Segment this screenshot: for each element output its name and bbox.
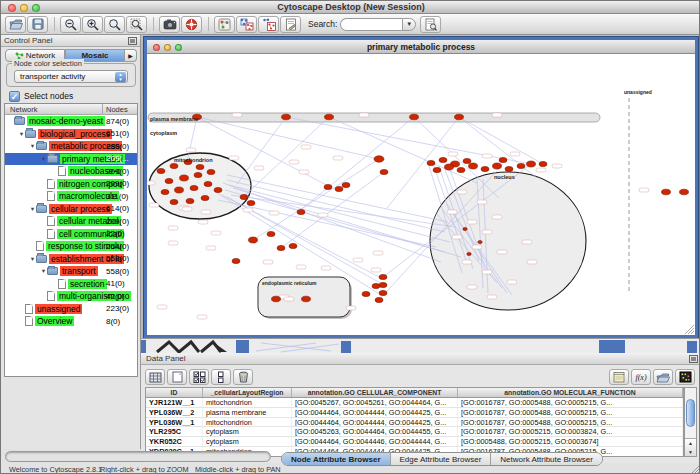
- table-row-yjr121w__1[interactable]: YJR121W__1mitochondrion[GO:0045267, GO:0…: [146, 398, 683, 408]
- tree-row-unassigned[interactable]: unassigned223(0): [5, 303, 137, 316]
- node-count: 209(0): [106, 179, 129, 188]
- window-resize-grip-icon[interactable]: [689, 465, 699, 473]
- network-canvas[interactable]: plasma membrane cytoplasm mitochondrion …: [147, 54, 695, 335]
- zoom-in-button[interactable]: [82, 16, 103, 33]
- tree-col-divider[interactable]: [102, 104, 103, 115]
- scrollbar-arrows-icon[interactable]: ▲▼: [685, 438, 696, 456]
- tree-row-nucleobase-c[interactable]: nucleobase-c209(0): [5, 165, 137, 178]
- tree-row-cellular-metabol[interactable]: cellular metabol209(0): [5, 215, 137, 228]
- expand-arrow-icon[interactable]: ▼: [29, 256, 36, 262]
- new-attribute-button[interactable]: [167, 369, 187, 385]
- tree-row-multi-organism-pro[interactable]: multi-organism pro42(0): [5, 290, 137, 303]
- expand-arrow-icon[interactable]: ▼: [40, 268, 47, 274]
- attribute-table-header[interactable]: ID_cellularLayoutRegionannotation.GO CEL…: [146, 388, 683, 398]
- canvas-resize-grip-icon[interactable]: [685, 325, 694, 334]
- table-row-ypl036w__1[interactable]: YPL036W__1mitochondrion[GO:0044464, GO:0…: [146, 418, 683, 428]
- tree-row-overview[interactable]: Overview8(0): [5, 315, 137, 328]
- tree-indent: [5, 321, 18, 322]
- float-data-panel-icon[interactable]: [689, 355, 698, 365]
- folder-icon: [36, 205, 47, 213]
- search-label: Search:: [308, 19, 337, 29]
- zoom-out-button[interactable]: [60, 16, 81, 33]
- tree-row-secretion[interactable]: secretion41(0): [5, 278, 137, 291]
- table-column-header[interactable]: _cellularLayoutRegion: [203, 388, 292, 397]
- group-legend: Node color selection: [12, 59, 84, 68]
- tree-indent: [5, 233, 40, 234]
- expand-arrow-icon[interactable]: ▼: [40, 156, 47, 162]
- search-dropdown-arrow-icon[interactable]: ▼: [402, 18, 416, 31]
- tree-indent: [5, 296, 40, 297]
- matrix-view-button[interactable]: [675, 369, 695, 385]
- network-tree-header[interactable]: Network Nodes: [5, 104, 137, 115]
- zoom-fit-button[interactable]: [104, 16, 125, 33]
- help-button[interactable]: [181, 16, 202, 33]
- table-row-ylr295c[interactable]: YLR295Ccytoplasm[GO:0045263, GO:0044464,…: [146, 427, 683, 437]
- annotation-edit-button[interactable]: [280, 16, 301, 33]
- table-row-ykr052c[interactable]: YKR052Ccytoplasm[GO:0044464, GO:0044446,…: [146, 437, 683, 447]
- table-cell: [GO:0016787, GO:0005488, GO:0005215, G..…: [458, 418, 683, 427]
- expand-arrow-icon[interactable]: ▼: [18, 131, 25, 137]
- table-column-header[interactable]: annotation.GO MOLECULAR_FUNCTION: [458, 388, 683, 397]
- select-nodes-checkbox[interactable]: ✓: [9, 91, 20, 102]
- more-tabs-arrow-icon[interactable]: ▶: [125, 49, 137, 62]
- attribute-table-button[interactable]: [145, 369, 165, 385]
- tree-row-mosaic-demo-yeast[interactable]: mosaic-demo-yeast874(0): [5, 115, 137, 128]
- tree-indent: [5, 208, 29, 209]
- status-bar: Welcome to Cytoscape 2.8.1 Right-click +…: [1, 463, 700, 474]
- tree-row-establishment-of-lo[interactable]: ▼establishment of lo558(0): [5, 253, 137, 266]
- import-attributes-button[interactable]: [653, 369, 673, 385]
- unselect-attributes-button[interactable]: [211, 369, 231, 385]
- file-icon: [47, 191, 55, 201]
- file-icon: [58, 279, 66, 289]
- network-view-window[interactable]: primary metabolic process: [144, 37, 698, 338]
- table-row-ypl036w__2[interactable]: YPL036W__2plasma membrane[GO:0044464, GO…: [146, 408, 683, 418]
- control-panel-title: Control Panel: [4, 36, 52, 45]
- zoom-selected-button[interactable]: [126, 16, 147, 33]
- snapshot-button[interactable]: [159, 16, 180, 33]
- expand-arrow-icon[interactable]: ▼: [29, 143, 36, 149]
- label-plasma-membrane: plasma membrane: [150, 116, 198, 122]
- network-overlay-blue-button[interactable]: [236, 16, 257, 33]
- open-session-button[interactable]: [5, 16, 26, 33]
- status-progress-area: [5, 451, 271, 462]
- table-column-header[interactable]: annotation.GO CELLULAR_COMPONENT: [292, 388, 458, 397]
- main-toolbar: Search: ▼: [1, 14, 700, 35]
- node-count: 42(0): [106, 292, 125, 301]
- expand-arrow-icon[interactable]: ▼: [29, 206, 36, 212]
- tree-row-nitrogen-compou[interactable]: nitrogen compou209(0): [5, 178, 137, 191]
- tree-row-cell-communicati[interactable]: cell communicati22(0): [5, 228, 137, 241]
- node-count: 651(0): [106, 129, 129, 138]
- tree-row-transport[interactable]: ▼transport558(0): [5, 265, 137, 278]
- tree-row-primary-metabol[interactable]: ▼primary metabol209(...: [5, 153, 137, 166]
- status-welcome: Welcome to Cytoscape 2.8.1: [9, 465, 102, 474]
- network-overlay-red-button[interactable]: [258, 16, 279, 33]
- zoom-in-icon: [86, 18, 99, 31]
- tree-row-cellular-process[interactable]: ▼cellular process614(0): [5, 203, 137, 216]
- vizmapper-button[interactable]: [214, 16, 235, 33]
- advanced-search-button[interactable]: [420, 16, 441, 33]
- function-builder-button[interactable]: f(x): [631, 369, 651, 385]
- node-color-select[interactable]: transporter activity ▲▼: [14, 70, 128, 83]
- select-attributes-button[interactable]: [189, 369, 209, 385]
- tree-indent: [5, 146, 29, 147]
- network-window-titlebar[interactable]: primary metabolic process: [147, 40, 695, 54]
- tree-indent: [5, 133, 18, 134]
- attribute-editor-button[interactable]: [609, 369, 629, 385]
- save-session-button[interactable]: [27, 16, 48, 33]
- delete-attribute-button[interactable]: [233, 369, 253, 385]
- tree-row-metabolic-process[interactable]: ▼metabolic process280(0): [5, 140, 137, 153]
- tree-row-response-to-stimulu[interactable]: response to stimulu264(0): [5, 240, 137, 253]
- scrollbar-thumb[interactable]: [686, 399, 695, 427]
- folder-icon: [47, 155, 58, 163]
- table-scrollbar[interactable]: ▲▼: [684, 387, 697, 457]
- table-column-header[interactable]: ID: [146, 388, 203, 397]
- label-unassigned: unassigned: [624, 89, 652, 95]
- background-windows-strip: [141, 338, 700, 353]
- table-cell: [GO:0044464, GO:0044444, GO:0044425, G..…: [292, 408, 458, 417]
- tree-indent: [5, 158, 40, 159]
- tree-row-biological-process[interactable]: ▼biological_process651(0): [5, 128, 137, 141]
- table-cell: plasma membrane: [203, 408, 292, 417]
- tree-row-macromolecule[interactable]: macromolecule311(0): [5, 190, 137, 203]
- float-panel-icon[interactable]: [128, 37, 137, 47]
- search-input[interactable]: [340, 18, 402, 31]
